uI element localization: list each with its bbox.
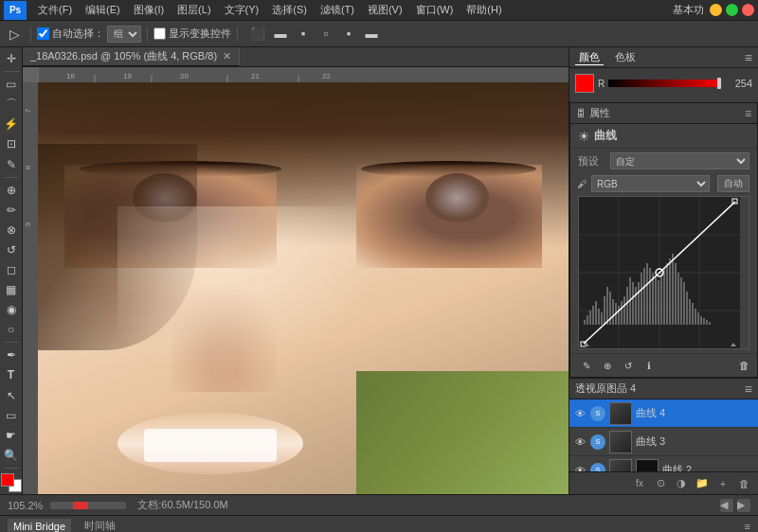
pen-tool[interactable]: ✒ <box>1 346 22 364</box>
menu-view[interactable]: 视图(V) <box>362 1 408 19</box>
adjustment-button[interactable]: ◑ <box>673 475 690 492</box>
channel-icon: 🖋 <box>578 179 587 189</box>
menu-filter[interactable]: 滤镜(T) <box>315 1 360 19</box>
canvas-area: _18A0326.psd @ 105% (曲线 4, RGB/8) ✕ 18 1… <box>23 47 568 494</box>
hand-tool[interactable]: ☛ <box>1 426 22 445</box>
timeline-tab[interactable]: 时间轴 <box>79 517 121 532</box>
menu-file[interactable]: 文件(F) <box>32 1 78 19</box>
crop-tool[interactable]: ⊡ <box>1 134 22 153</box>
maximize-button[interactable] <box>726 4 738 16</box>
curves-edit-btn[interactable]: ✎ <box>578 357 595 374</box>
align-bottom-btn[interactable]: ▬ <box>361 24 382 44</box>
history-tool[interactable]: ↺ <box>1 240 22 259</box>
color-swatch[interactable] <box>575 74 594 93</box>
layer-row[interactable]: 👁 S 曲线 4 <box>569 399 758 428</box>
delete-layer-button[interactable]: 🗑 <box>735 475 752 492</box>
svg-text:7: 7 <box>24 108 32 113</box>
left-toolbar: ✛ ▭ ⌒ ⚡ ⊡ ✎ ⊕ ✏ ⊗ ↺ ◻ ▦ ◉ ○ ✒ T ↖ ▭ ☛ 🔍 <box>0 47 23 494</box>
arrow-tool[interactable]: ▷ <box>4 24 25 44</box>
preset-label: 预设 <box>578 154 606 168</box>
text-tool[interactable]: T <box>1 365 22 384</box>
align-left-btn[interactable]: ⬛ <box>247 24 268 44</box>
show-transform-checkbox[interactable] <box>153 27 166 40</box>
lasso-tool[interactable]: ⌒ <box>1 95 22 114</box>
close-button[interactable] <box>742 4 754 16</box>
layer-eye-btn[interactable]: 👁 <box>573 407 587 420</box>
curves-channel-row: 🖋 RGB 自动 <box>570 173 757 196</box>
menu-edit[interactable]: 编辑(E) <box>80 1 126 19</box>
curves-canvas[interactable] <box>578 196 749 349</box>
preset-select[interactable]: 自定 <box>610 152 749 169</box>
curves-info-btn[interactable]: ℹ <box>641 357 658 374</box>
mini-bridge-options[interactable]: ≡ <box>745 521 750 532</box>
folder-button[interactable]: 📁 <box>694 475 711 492</box>
autoselect-type-select[interactable]: 组 <box>107 26 141 43</box>
new-layer-button[interactable]: + <box>714 475 731 492</box>
menu-text[interactable]: 文字(Y) <box>219 1 265 19</box>
color-tools <box>1 473 22 492</box>
add-mask-button[interactable]: ⊙ <box>652 475 669 492</box>
svg-rect-26 <box>604 296 605 325</box>
back-btn[interactable]: ◀ <box>720 499 733 512</box>
layer-eye-btn[interactable]: 👁 <box>573 464 587 472</box>
curves-panel-header: 🎛 属性 ≡ <box>570 103 757 124</box>
photo-canvas[interactable] <box>38 82 568 494</box>
close-tab-btn[interactable]: ✕ <box>223 50 231 62</box>
align-right-btn[interactable]: ▪ <box>293 24 314 44</box>
stamp-tool[interactable]: ⊗ <box>1 221 22 239</box>
path-select-tool[interactable]: ↖ <box>1 386 22 405</box>
scroll-indicator[interactable] <box>50 502 126 509</box>
align-center-btn[interactable]: ▬ <box>270 24 291 44</box>
gradient-tool[interactable]: ▦ <box>1 280 22 299</box>
mini-bridge-tab[interactable]: Mini Bridge <box>8 519 71 533</box>
ruler-horizontal: 18 19 20 21 22 <box>38 67 568 82</box>
color-tab[interactable]: 颜色 <box>575 50 604 65</box>
curves-panel-options[interactable]: ≡ <box>745 107 751 120</box>
align-middle-btn[interactable]: ▪ <box>338 24 359 44</box>
layers-title: 透视原图品 4 <box>575 381 636 396</box>
zoom-tool[interactable]: 🔍 <box>1 446 22 465</box>
channel-select[interactable]: RGB <box>591 175 710 192</box>
foreground-color[interactable] <box>1 473 14 487</box>
layer-row[interactable]: 👁 S 曲线 3 <box>569 428 758 456</box>
autoselect-checkbox[interactable] <box>37 27 49 40</box>
brush-tool[interactable]: ✏ <box>1 201 22 220</box>
eyedropper-tool[interactable]: ✎ <box>1 154 22 173</box>
channel-r-slider[interactable] <box>608 80 722 87</box>
spot-heal-tool[interactable]: ⊕ <box>1 181 22 200</box>
color-row: R 254 <box>575 74 752 93</box>
canvas-tab[interactable]: _18A0326.psd @ 105% (曲线 4, RGB/8) ✕ <box>23 47 240 66</box>
blur-tool[interactable]: ◉ <box>1 300 22 319</box>
menu-layer[interactable]: 图层(L) <box>171 1 216 19</box>
marquee-tool[interactable]: ▭ <box>1 75 22 94</box>
menu-image[interactable]: 图像(I) <box>128 1 170 19</box>
layer-name: 曲线 2 <box>662 463 754 471</box>
minimize-button[interactable] <box>710 4 722 16</box>
layers-options[interactable]: ≡ <box>745 381 752 397</box>
curves-point-btn[interactable]: ⊕ <box>599 357 616 374</box>
toolbar-separator <box>30 27 31 42</box>
menu-window[interactable]: 窗口(W) <box>410 1 460 19</box>
color-panel-options[interactable]: ≡ <box>745 50 752 65</box>
menu-select[interactable]: 选择(S) <box>266 1 313 19</box>
svg-rect-52 <box>677 273 679 325</box>
show-transform-group: 显示变换控件 <box>153 27 231 41</box>
menu-help[interactable]: 帮助(H) <box>460 1 507 19</box>
curves-undo-btn[interactable]: ↺ <box>620 357 637 374</box>
layer-row[interactable]: 👁 S 曲线 2 <box>569 456 758 471</box>
align-top-btn[interactable]: ▫ <box>316 24 336 44</box>
layer-eye-btn[interactable]: 👁 <box>573 435 587 449</box>
curves-delete-btn[interactable]: 🗑 <box>739 360 749 371</box>
dodge-tool[interactable]: ○ <box>1 320 22 339</box>
svg-rect-48 <box>666 263 668 325</box>
move-tool[interactable]: ✛ <box>1 49 22 68</box>
eraser-tool[interactable]: ◻ <box>1 260 22 279</box>
auto-button[interactable]: 自动 <box>717 175 749 192</box>
shape-tool[interactable]: ▭ <box>1 406 22 425</box>
swatches-tab[interactable]: 色板 <box>611 50 640 64</box>
fx-button[interactable]: fx <box>631 475 648 492</box>
forward-btn[interactable]: ▶ <box>737 499 750 512</box>
quick-select-tool[interactable]: ⚡ <box>1 115 22 133</box>
show-transform-label: 显示变换控件 <box>169 27 231 41</box>
brightness-icon[interactable]: ☀ <box>578 129 590 144</box>
